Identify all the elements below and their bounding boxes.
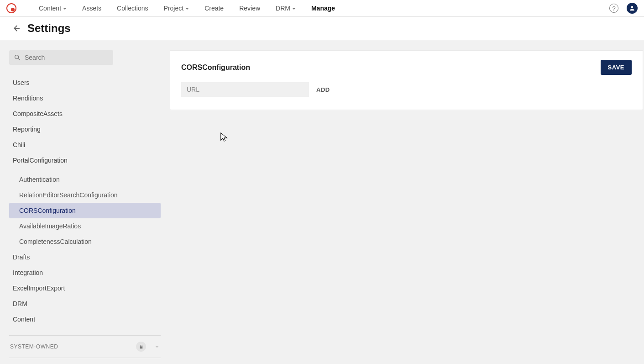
sidebar-section-system-owned[interactable]: SYSTEM-OWNED <box>9 336 161 358</box>
topbar-right: ? <box>609 3 638 14</box>
nav-content[interactable]: Content <box>31 0 74 17</box>
avatar[interactable] <box>627 3 638 14</box>
nav-label: Project <box>164 0 184 17</box>
svg-line-2 <box>18 58 20 60</box>
url-input[interactable] <box>181 82 309 97</box>
sidebar-section-label: SYSTEM-OWNED <box>10 343 136 350</box>
back-arrow-icon[interactable] <box>11 23 21 33</box>
cors-configuration-card: CORSConfiguration SAVE ADD <box>170 50 643 110</box>
url-form-row: ADD <box>181 82 632 97</box>
lock-icon <box>136 342 146 352</box>
svg-point-0 <box>631 6 634 8</box>
chevron-down-icon <box>185 8 189 10</box>
sidebar-item-renditions[interactable]: Renditions <box>9 90 161 106</box>
card-header: CORSConfiguration SAVE <box>181 60 632 75</box>
svg-point-1 <box>15 55 19 59</box>
sidebar-item-chili[interactable]: Chili <box>9 137 161 153</box>
nav-label: Create <box>204 0 224 17</box>
main: Users Renditions CompositeAssets Reporti… <box>0 40 644 364</box>
chevron-down-icon <box>63 8 67 10</box>
nav-label: Content <box>39 0 61 17</box>
card-title: CORSConfiguration <box>181 63 601 72</box>
sidebar-item-users[interactable]: Users <box>9 75 161 90</box>
save-button[interactable]: SAVE <box>601 60 632 75</box>
sidebar-subitem-authentication[interactable]: Authentication <box>9 172 161 187</box>
page-header: Settings <box>0 17 644 40</box>
settings-sidebar: Users Renditions CompositeAssets Reporti… <box>0 40 170 364</box>
search-input[interactable] <box>25 54 109 61</box>
nav-create[interactable]: Create <box>197 0 231 17</box>
nav-label: Manage <box>311 0 335 17</box>
nav-label: Assets <box>82 0 101 17</box>
sidebar-item-integration[interactable]: Integration <box>9 265 161 280</box>
nav-review[interactable]: Review <box>231 0 268 17</box>
brand-logo[interactable] <box>6 3 16 13</box>
top-nav: Content Assets Collections Project Creat… <box>0 0 644 17</box>
help-icon[interactable]: ? <box>609 4 618 13</box>
sidebar-item-drm[interactable]: DRM <box>9 296 161 311</box>
add-button[interactable]: ADD <box>314 83 332 97</box>
page-title: Settings <box>27 22 71 35</box>
nav-label: Review <box>239 0 260 17</box>
sidebar-subitem-relationeditorsearchconfiguration[interactable]: RelationEditorSearchConfiguration <box>9 187 161 203</box>
sidebar-subitem-availableimageratios[interactable]: AvailableImageRatios <box>9 218 161 234</box>
sidebar-item-portalconfiguration[interactable]: PortalConfiguration <box>9 153 161 168</box>
nav-drm[interactable]: DRM <box>268 0 304 17</box>
sidebar-item-content[interactable]: Content <box>9 311 161 327</box>
sidebar-item-drafts[interactable]: Drafts <box>9 249 161 265</box>
user-icon <box>629 5 635 11</box>
chevron-down-icon <box>154 344 160 349</box>
chevron-down-icon <box>292 8 296 10</box>
sidebar-item-compositeassets[interactable]: CompositeAssets <box>9 106 161 121</box>
sidebar-item-excelimportexport[interactable]: ExcelImportExport <box>9 280 161 296</box>
nav-label: DRM <box>276 0 290 17</box>
nav-items: Content Assets Collections Project Creat… <box>31 0 343 17</box>
nav-collections[interactable]: Collections <box>109 0 156 17</box>
nav-assets[interactable]: Assets <box>74 0 109 17</box>
sidebar-group-portalconfiguration: Authentication RelationEditorSearchConfi… <box>9 172 161 249</box>
nav-manage[interactable]: Manage <box>304 0 343 17</box>
sidebar-search[interactable] <box>9 50 113 65</box>
sidebar-subitem-corsconfiguration[interactable]: CORSConfiguration <box>9 203 161 218</box>
content-area: CORSConfiguration SAVE ADD <box>170 40 644 364</box>
search-icon <box>14 54 21 61</box>
nav-label: Collections <box>117 0 148 17</box>
sidebar-subitem-completenesscalculation[interactable]: CompletenessCalculation <box>9 234 161 249</box>
nav-project[interactable]: Project <box>156 0 197 17</box>
sidebar-item-reporting[interactable]: Reporting <box>9 121 161 137</box>
